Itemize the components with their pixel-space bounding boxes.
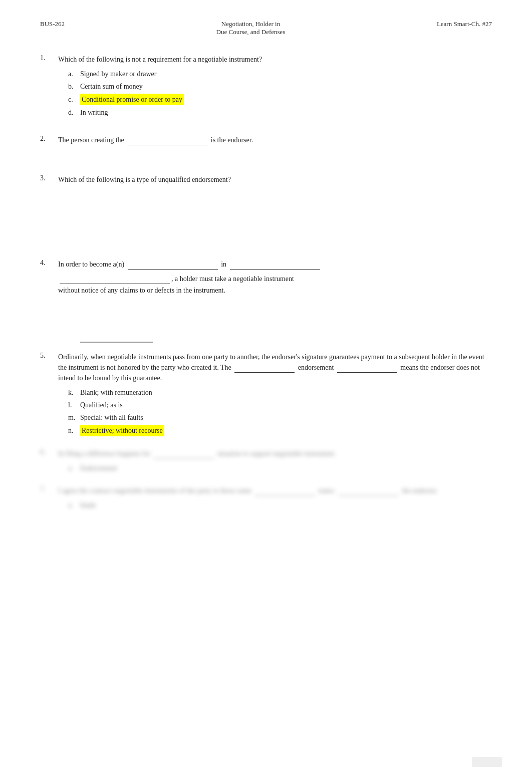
- option-5k: k. Blank; with remuneration: [68, 387, 492, 398]
- option-5m: m. Special: with all faults: [68, 412, 492, 423]
- option-1d-letter: d.: [68, 107, 80, 118]
- header-right: Learn Smart-Ch. #27: [437, 20, 492, 28]
- page: BUS-262 Negotiation, Holder in Due Cours…: [0, 0, 532, 782]
- question-1-text: Which of the following is not a requirem…: [58, 54, 492, 65]
- header-center-line1: Negotiation, Holder in: [216, 20, 286, 28]
- option-7a: a. blank: [68, 500, 492, 510]
- question-5-options: k. Blank; with remuneration l. Qualified…: [68, 387, 492, 436]
- option-5n: n. Restrictive; without recourse: [68, 425, 492, 436]
- option-5l-letter: l.: [68, 400, 80, 410]
- question-4-blank2: [230, 269, 320, 270]
- option-1a-text: Signed by maker or drawer: [80, 69, 156, 79]
- option-1b-text: Certain sum of money: [80, 81, 143, 92]
- option-5n-letter: n.: [68, 425, 80, 436]
- question-7-number: 7.: [40, 485, 56, 493]
- question-4-text-line3: without notice of any claims to or defec…: [58, 285, 492, 296]
- option-7a-letter: a.: [68, 500, 80, 510]
- question-4-blank3: [60, 284, 170, 284]
- question-4-content: In order to become a(n) in , a holder mu…: [58, 259, 492, 296]
- option-7a-text: blank: [80, 500, 96, 510]
- header-center: Negotiation, Holder in Due Course, and D…: [216, 20, 286, 36]
- question-5-content: Ordinarily, when negotiable instruments …: [58, 352, 492, 438]
- option-1d: d. In writing: [68, 107, 492, 118]
- question-2-content: The person creating the is the endorser.: [58, 135, 492, 149]
- question-7-options: a. blank: [68, 500, 492, 510]
- question-1-options: a. Signed by maker or drawer b. Certain …: [68, 69, 492, 118]
- question-1: 1. Which of the following is not a requi…: [40, 54, 492, 120]
- question-2-text: The person creating the is the endorser.: [58, 135, 492, 145]
- question-4-text-line1: In order to become a(n) in: [58, 259, 492, 270]
- question-6-options: a. Endorsement: [68, 463, 492, 473]
- option-5m-letter: m.: [68, 412, 80, 423]
- question-6-content: In filing a difference happens for situa…: [58, 448, 492, 475]
- option-1a-letter: a.: [68, 69, 80, 79]
- question-3-number: 3.: [40, 174, 56, 182]
- option-1d-text: In writing: [80, 107, 108, 118]
- option-1a: a. Signed by maker or drawer: [68, 69, 492, 79]
- question-1-content: Which of the following is not a requirem…: [58, 54, 492, 120]
- option-5k-text: Blank; with remuneration: [80, 387, 152, 398]
- question-3: 3. Which of the following is a type of u…: [40, 174, 492, 189]
- option-1c-letter: c.: [68, 94, 80, 105]
- question-5-text: Ordinarily, when negotiable instruments …: [58, 352, 492, 383]
- option-6a-text: Endorsement: [80, 463, 117, 473]
- question-5-blank1: [234, 372, 295, 373]
- header-left: BUS-262: [40, 20, 65, 28]
- option-5m-text: Special: with all faults: [80, 412, 143, 423]
- question-2: 2. The person creating the is the endors…: [40, 135, 492, 149]
- question-5-number: 5.: [40, 352, 56, 360]
- q5-decoration-line: [80, 342, 153, 343]
- option-6a-letter: a.: [68, 463, 80, 473]
- question-6-number: 6.: [40, 448, 56, 456]
- question-1-number: 1.: [40, 54, 56, 62]
- question-3-content: Which of the following is a type of unqu…: [58, 174, 492, 189]
- option-5k-letter: k.: [68, 387, 80, 398]
- question-7-blurred: 7. I agree the contract negotiable instr…: [40, 485, 492, 512]
- header: BUS-262 Negotiation, Holder in Due Cours…: [40, 20, 492, 36]
- question-4-number: 4.: [40, 259, 56, 267]
- question-7-text: I agree the contract negotiable instrume…: [58, 485, 492, 496]
- question-6-text: In filing a difference happens for situa…: [58, 448, 492, 459]
- question-7-content: I agree the contract negotiable instrume…: [58, 485, 492, 512]
- option-1b-letter: b.: [68, 81, 80, 92]
- question-5-blank2: [337, 372, 397, 373]
- option-1c: c. Conditional promise or order to pay: [68, 94, 492, 105]
- bottom-right-element: [472, 757, 502, 767]
- option-5n-text: Restrictive; without recourse: [80, 425, 164, 436]
- question-2-blank: [127, 145, 207, 145]
- option-1c-text: Conditional promise or order to pay: [80, 94, 184, 105]
- option-5l: l. Qualified; as is: [68, 400, 492, 410]
- question-2-number: 2.: [40, 135, 56, 143]
- question-5: 5. Ordinarily, when negotiable instrumen…: [40, 352, 492, 438]
- option-6a: a. Endorsement: [68, 463, 492, 473]
- header-center-line2: Due Course, and Defenses: [216, 28, 286, 36]
- question-4-blank1: [128, 269, 218, 270]
- question-4: 4. In order to become a(n) in , a holder…: [40, 259, 492, 296]
- option-1b: b. Certain sum of money: [68, 81, 492, 92]
- option-5l-text: Qualified; as is: [80, 400, 123, 410]
- question-6-blurred: 6. In filing a difference happens for si…: [40, 448, 492, 475]
- question-4-text-line2: , a holder must take a negotiable instru…: [58, 274, 492, 284]
- question-3-text: Which of the following is a type of unqu…: [58, 174, 492, 185]
